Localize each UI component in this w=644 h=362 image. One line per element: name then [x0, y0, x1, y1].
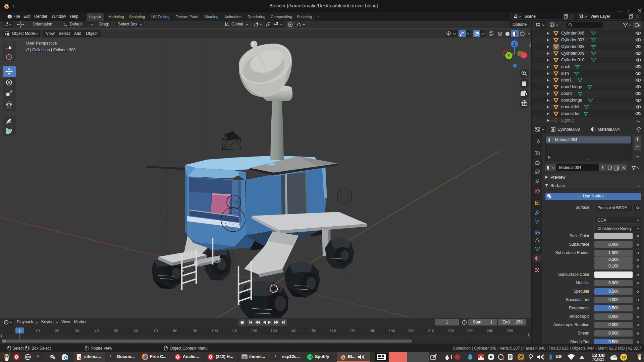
svg-text:230: 230	[467, 329, 473, 333]
svg-text:90: 90	[193, 329, 197, 333]
svg-text:190: 190	[388, 329, 395, 333]
svg-text:40: 40	[95, 329, 99, 333]
svg-text:$-: $-	[110, 355, 113, 357]
svg-text:20: 20	[55, 329, 59, 333]
svg-text:180: 180	[369, 329, 375, 333]
svg-text:$-: $-	[37, 354, 41, 357]
svg-text:130: 130	[270, 329, 277, 333]
svg-text:210: 210	[428, 329, 434, 333]
svg-text:170: 170	[349, 329, 355, 333]
svg-text:80: 80	[173, 329, 177, 333]
svg-text:200: 200	[408, 329, 414, 333]
svg-text:Y: Y	[507, 54, 510, 58]
svg-text:250: 250	[506, 329, 513, 333]
svg-text:70: 70	[154, 329, 158, 333]
svg-text:240: 240	[487, 329, 493, 333]
svg-text:30: 30	[75, 329, 79, 333]
svg-text:50: 50	[114, 329, 118, 333]
svg-text:10: 10	[36, 329, 40, 333]
svg-text:140: 140	[290, 329, 296, 333]
svg-text:Z: Z	[513, 42, 516, 47]
svg-text:$-: $-	[275, 355, 278, 357]
svg-text:220: 220	[447, 329, 454, 333]
svg-text:60: 60	[134, 329, 138, 333]
svg-text:110: 110	[231, 329, 237, 333]
svg-text:160: 160	[329, 329, 336, 333]
svg-text:100: 100	[211, 329, 218, 333]
svg-text:150: 150	[310, 329, 316, 333]
svg-text:120: 120	[251, 329, 257, 333]
